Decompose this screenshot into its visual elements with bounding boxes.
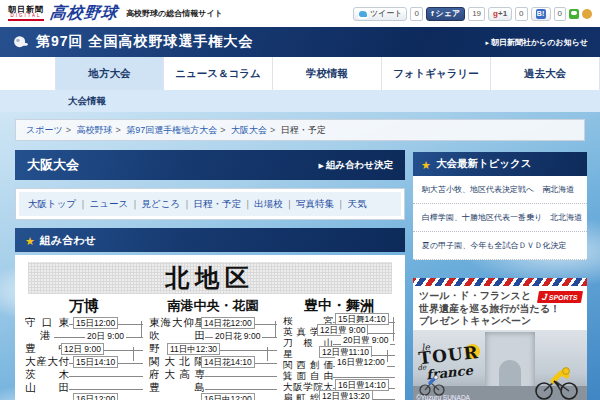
facebook-icon: f [431, 9, 434, 18]
team-row: 豊島 [149, 380, 277, 392]
subnav-schools[interactable]: 出場校 [241, 198, 283, 211]
star-icon [25, 231, 40, 249]
tour-de-france-ad-banner[interactable]: ツール・ド・フランスと 世界遺産を巡る旅行が当たる！ プレゼントキャンペーン J… [413, 278, 587, 400]
jsports-j: J [541, 292, 548, 302]
twitter-icon [358, 9, 368, 19]
pairings-decided-link[interactable]: 組み合わせ決定 [319, 159, 394, 172]
subnav-weather[interactable]: 天気 [334, 198, 366, 211]
tab-past-tournaments[interactable]: 過去大会 [491, 57, 600, 90]
ad-line-3: プレゼントキャンペーン [419, 315, 581, 328]
ad-photo: le TOUR de france ©Yuzuru SUNADA [413, 330, 587, 400]
hatena-button[interactable]: B! [531, 7, 551, 21]
subnav-strip: 大会情報 [0, 90, 600, 112]
photo-credit: ©Yuzuru SUNADA [416, 394, 470, 400]
osaka-subnav-box: 大阪トップ ニュース 見どころ 日程・予定 出場校 写真特集 天気 [15, 188, 405, 220]
bracket-content-box: 北地区 万博 守口東 港 豊中 大産大付 茨木 山田 15日12:00 20日 … [15, 255, 405, 400]
line-icon[interactable] [569, 9, 579, 19]
team-name: 東海大仰星 [149, 317, 205, 328]
main-nav-tabs: 地方大会 ニュース＆コラム 学校情報 フォトギャラリー 過去大会 [0, 57, 600, 90]
breadcrumb-97th-regional[interactable]: 第97回選手権地方大会 [112, 124, 217, 137]
bracket-connector [275, 321, 276, 338]
team-name: 港 [25, 330, 54, 341]
bracket-connector [267, 347, 268, 361]
team-row: 茨木 [25, 367, 143, 379]
breadcrumb-koshien[interactable]: 高校野球 [63, 124, 113, 137]
bracket-line [205, 389, 277, 390]
tab-label: ニュース＆コラム [175, 67, 260, 81]
cyclist-small-icon [419, 374, 445, 396]
star-icon [421, 155, 436, 173]
team-name: 豊島 [149, 382, 205, 393]
team-name: 関大北陽 [149, 356, 205, 367]
game-time: 15日12:00 [73, 317, 118, 329]
gplus-button[interactable]: g+1 [488, 7, 512, 21]
breadcrumb-schedule: 日程・予定 [267, 124, 326, 137]
tournament-bracket: 万博 守口東 港 豊中 大産大付 茨木 山田 15日12:00 20日 9:00… [25, 297, 395, 400]
pairings-section-title: 組み合わせ [40, 233, 96, 248]
pairings-section-bar: 組み合わせ [15, 228, 405, 252]
gplus-icon: g+1 [493, 9, 507, 18]
site-subtitle: 高校野球の総合情報サイト [126, 8, 223, 19]
tab-label: 過去大会 [524, 67, 566, 81]
game-time: 12日 9:00 [61, 343, 104, 355]
game-time: 16日豊12:00 [335, 357, 387, 367]
bracket-line [69, 376, 143, 377]
game-time: 20日 9:00 [85, 331, 126, 341]
gplus-count: 0 [515, 7, 527, 21]
subnav-schedule[interactable]: 日程・予定 [180, 198, 241, 211]
mixi-icon[interactable] [582, 9, 592, 19]
bracket-column-toyonaka-maishima: 豊中・舞洲 桜宮 英真学園 刀根山 星翔 関西創価 箕面自由 大阪学院大 扇町総… [283, 297, 395, 400]
tournament-main-title: 第97回 全国高校野球選手権大会 [36, 33, 253, 51]
bracket-line [205, 376, 277, 377]
facebook-share-button[interactable]: fシェア [426, 7, 465, 21]
topic-item[interactable]: 駒大苫小牧、地区代表決定戦へ 南北海道 [413, 176, 587, 204]
brand-digital-label: DIGITAL [8, 14, 44, 19]
breadcrumb: スポーツ 高校野球 第97回選手権地方大会 大阪大会 日程・予定 [15, 119, 585, 141]
publisher-notice-link[interactable]: 朝日新聞社からのお知らせ [485, 37, 588, 48]
topics-list: 駒大苫小牧、地区代表決定戦へ 南北海道 白樺学園、十勝地区代表一番乗り 北北海道… [413, 176, 587, 260]
hatena-icon: B! [536, 9, 546, 19]
tab-regional-tournaments[interactable]: 地方大会 [55, 57, 164, 90]
game-time: 14日花14:10 [201, 356, 255, 368]
tab-news-columns[interactable]: ニュース＆コラム [164, 57, 273, 90]
topic-item[interactable]: 白樺学園、十勝地区代表一番乗り 北北海道 [413, 204, 587, 232]
team-name: 山田 [25, 382, 69, 393]
subnav-news[interactable]: ニュース [76, 198, 128, 211]
game-time: 16日12:00 [73, 393, 118, 400]
arc-de-triomphe-icon [485, 332, 535, 392]
ad-line-2: 世界遺産を巡る旅行が当たる！ [419, 303, 581, 316]
team-name: 大産大付 [25, 356, 69, 367]
team-name: 吹田 [149, 330, 205, 341]
topic-item[interactable]: 夏の甲子園、今年も全試合ＤＶＤ化決定 [413, 232, 587, 260]
jsports-label: SPORTS [548, 294, 578, 301]
bracket-column-banpaku: 万博 守口東 港 豊中 大産大付 茨木 山田 15日12:00 20日 9:00… [25, 297, 143, 400]
topics-section-bar: 大会最新トピックス [413, 152, 587, 176]
tab-school-info[interactable]: 学校情報 [273, 57, 382, 90]
tab-photo-gallery[interactable]: フォトギャラリー [382, 57, 491, 90]
subnav-osaka-top[interactable]: 大阪トップ [28, 198, 76, 211]
subnav-highlights[interactable]: 見どころ [128, 198, 180, 211]
bracket-line [333, 377, 395, 378]
tweet-count: 0 [410, 7, 422, 21]
bracket-connector [387, 350, 388, 362]
bracket-line [69, 389, 143, 390]
tweet-button[interactable]: ツイート [353, 7, 408, 21]
brand-logo[interactable]: 朝日新聞 DIGITAL 高校野球 高校野球の総合情報サイト [8, 3, 223, 24]
breadcrumb-osaka[interactable]: 大阪大会 [217, 124, 267, 137]
jsports-logo: JSPORTS [537, 291, 583, 303]
subnav-photos[interactable]: 写真特集 [283, 198, 334, 211]
bracket-connector [133, 347, 134, 361]
tournament-titlebar: 第97回 全国高校野球選手権大会 朝日新聞社からのお知らせ [0, 27, 600, 57]
venue-name: 万博 [25, 297, 143, 316]
bracket-connector [393, 317, 394, 341]
game-time: 11日中12:30 [167, 343, 220, 355]
ad-stripe-border [413, 278, 587, 286]
breadcrumb-sports[interactable]: スポーツ [26, 124, 63, 137]
asahi-logo: 朝日新聞 DIGITAL [8, 6, 44, 22]
game-time: 14日花12:00 [201, 317, 255, 329]
osaka-subnav: 大阪トップ ニュース 見どころ 日程・予定 出場校 写真特集 天気 [19, 192, 401, 216]
strip-label: 大会情報 [68, 95, 106, 108]
tab-label: フォトギャラリー [393, 67, 479, 81]
site-title: 高校野球 [49, 3, 119, 24]
tweet-label: ツイート [370, 8, 403, 19]
